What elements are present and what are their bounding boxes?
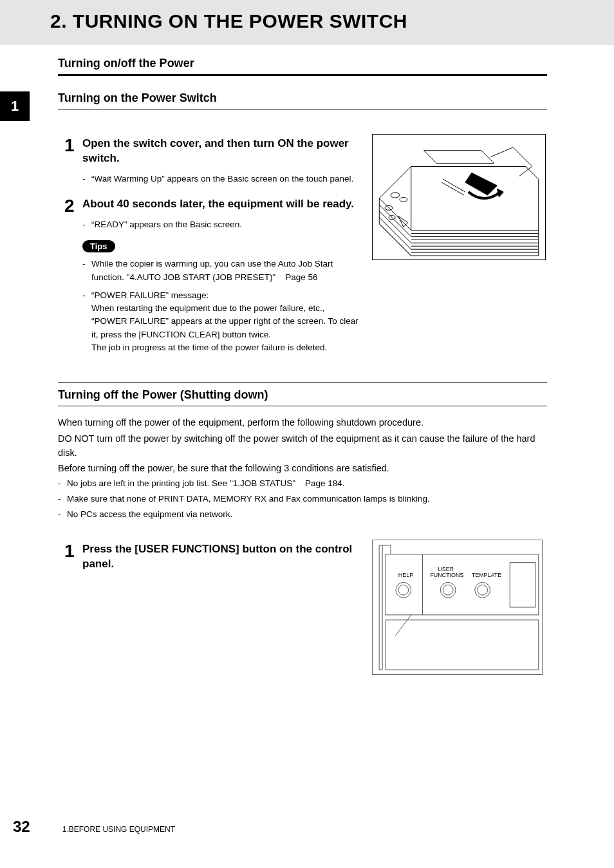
bullet-dash: - — [82, 289, 91, 354]
svg-point-18 — [478, 585, 488, 595]
step-1: 1 Press the [USER FUNCTIONS] button on t… — [64, 542, 360, 578]
bullet-text: “POWER FAILURE” message: When restarting… — [91, 289, 360, 354]
bullet-text: “Wait Warming Up” appears on the Basic s… — [91, 173, 360, 185]
list-item: -Make sure that none of PRINT DATA, MEMO… — [58, 493, 547, 505]
bullet-text: “READY” appears on the Basic screen. — [91, 218, 360, 231]
page-footer: 32 1.BEFORE USING EQUIPMENT — [13, 818, 175, 836]
list-item: - “READY” appears on the Basic screen. — [82, 218, 360, 231]
bullet-text: While the copier is warming up, you can … — [91, 258, 360, 284]
illustration-column — [372, 134, 559, 359]
list-item: - “Wait Warming Up” appears on the Basic… — [82, 173, 360, 185]
bullet-dash: - — [82, 218, 91, 231]
subsection-heading-2: Turning off the Power (Shutting down) — [58, 388, 547, 406]
step-title: Press the [USER FUNCTIONS] button on the… — [82, 542, 360, 572]
svg-point-1 — [400, 197, 407, 202]
svg-rect-20 — [386, 619, 539, 669]
document-page: 2. TURNING ON THE POWER SWITCH Turning o… — [0, 0, 614, 868]
svg-text:FUNCTIONS: FUNCTIONS — [430, 572, 463, 578]
subsection-heading-text: Turning on the Power Switch — [58, 91, 547, 109]
list-item: -No jobs are left in the printing job li… — [58, 477, 547, 490]
svg-line-21 — [395, 615, 411, 636]
illustration-column: HELP USER FUNCTIONS TEMPLATE — [372, 540, 552, 675]
tips-badge: Tips — [82, 240, 115, 252]
step-1: 1 Open the switch cover, and then turn O… — [64, 137, 360, 191]
footer-text: 1.BEFORE USING EQUIPMENT — [62, 825, 175, 834]
chapter-tab: 1 — [0, 91, 30, 121]
bullet-text: No PCs access the equipment via network. — [67, 508, 547, 521]
step-number: 1 — [64, 542, 82, 578]
step-number: 1 — [64, 137, 82, 191]
section-heading-text: Turning on/off the Power — [58, 57, 547, 76]
section-heading: Turning on/off the Power — [58, 57, 547, 76]
step-number: 2 — [64, 197, 82, 359]
bullet-dash: - — [82, 258, 91, 284]
svg-text:USER: USER — [438, 565, 454, 572]
svg-point-0 — [391, 193, 400, 198]
steps-area: 1 Open the switch cover, and then turn O… — [64, 134, 614, 359]
steps-area-2: 1 Press the [USER FUNCTIONS] button on t… — [64, 540, 614, 675]
subsection-heading-text: Turning off the Power (Shutting down) — [58, 388, 547, 406]
subsection-row: 1 Turning on the Power Switch — [0, 91, 614, 121]
chapter-title-bar: 2. TURNING ON THE POWER SWITCH — [0, 0, 614, 45]
steps-left-column: 1 Press the [USER FUNCTIONS] button on t… — [64, 540, 360, 675]
paragraph: When turning off the power of the equipm… — [58, 415, 547, 429]
bullet-text: Make sure that none of PRINT DATA, MEMOR… — [67, 493, 547, 505]
steps-left-column: 1 Open the switch cover, and then turn O… — [64, 134, 360, 359]
list-item: - “POWER FAILURE” message: When restarti… — [82, 289, 360, 354]
chapter-title: 2. TURNING ON THE POWER SWITCH — [50, 10, 614, 32]
svg-point-11 — [398, 585, 409, 595]
power-switch-illustration — [372, 134, 546, 260]
svg-rect-4 — [379, 545, 382, 670]
page-number: 32 — [13, 818, 30, 836]
svg-rect-19 — [510, 562, 535, 607]
svg-text:TEMPLATE: TEMPLATE — [472, 572, 501, 578]
step-title: Open the switch cover, and then turn ON … — [82, 137, 360, 166]
section-divider — [58, 382, 547, 383]
paragraph: Before turning off the power, be sure th… — [58, 461, 547, 475]
paragraph: DO NOT turn off the power by switching o… — [58, 431, 547, 460]
control-panel-illustration: HELP USER FUNCTIONS TEMPLATE — [372, 540, 543, 675]
svg-point-15 — [443, 585, 453, 595]
subsection-heading: Turning on the Power Switch — [58, 91, 547, 109]
bullet-text: No jobs are left in the printing job lis… — [67, 477, 547, 490]
step-2: 2 About 40 seconds later, the equipment … — [64, 197, 360, 359]
list-item: -No PCs access the equipment via network… — [58, 508, 547, 521]
bullet-dash: - — [82, 173, 91, 185]
step-title: About 40 seconds later, the equipment wi… — [82, 197, 360, 212]
svg-text:HELP: HELP — [398, 572, 413, 578]
list-item: - While the copier is warming up, you ca… — [82, 258, 360, 284]
body-text: When turning off the power of the equipm… — [58, 415, 547, 522]
